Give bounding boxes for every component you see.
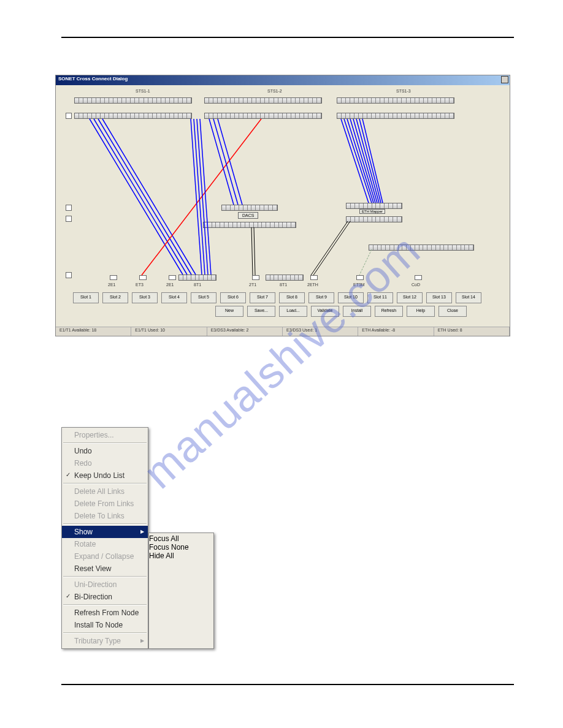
menu-install-to-node[interactable]: Install To Node — [62, 619, 148, 631]
port-endpoint-strip[interactable] — [178, 275, 216, 281]
menu-tributary-type[interactable]: Tributary Type — [62, 635, 148, 647]
menu-reset-view[interactable]: Reset View — [62, 563, 148, 575]
slot-button[interactable]: Slot 9 — [308, 292, 334, 303]
tributary-strip-2-1[interactable] — [74, 113, 192, 119]
slot-button[interactable]: Slot 6 — [220, 292, 246, 303]
svg-line-4 — [142, 119, 261, 275]
help-button[interactable]: Help — [407, 306, 435, 317]
port-endpoint[interactable] — [139, 275, 147, 280]
slot-button[interactable]: Slot 2 — [102, 292, 128, 303]
menu-show[interactable]: Show — [62, 526, 148, 538]
dacs-box[interactable]: DACS — [238, 212, 258, 219]
eth-mapper-strip-bottom[interactable] — [346, 216, 402, 222]
svg-line-21 — [254, 227, 255, 275]
titlebar: SONET Cross Connect Dialog — [56, 75, 510, 85]
sts-label: STS1-2 — [267, 89, 282, 93]
close-icon[interactable] — [501, 76, 508, 83]
eth-mapper-strip-top[interactable] — [346, 203, 402, 209]
slot-button[interactable]: Slot 11 — [367, 292, 393, 303]
tributary-strip-top2[interactable] — [204, 97, 322, 104]
port-endpoint[interactable] — [252, 275, 259, 280]
slot-button[interactable]: Slot 1 — [73, 292, 99, 303]
port-endpoint[interactable] — [110, 275, 117, 280]
menu-redo[interactable]: Redo — [62, 457, 148, 469]
menu-bi-direction[interactable]: Bi-Direction — [62, 591, 148, 603]
dialog-body: STS1-1 STS1-2 STS1-3 DACS ETH Mapper — [56, 85, 510, 318]
sts-label: STS1-3 — [396, 89, 411, 93]
menu-delete-all-links[interactable]: Delete All Links — [62, 485, 148, 498]
slot-button[interactable]: Slot 12 — [397, 292, 423, 303]
slot-type-label: 8T1 — [280, 282, 287, 287]
menu-keep-undo-list[interactable]: Keep Undo List — [62, 469, 148, 482]
slot-type-label: 2E1 — [108, 282, 115, 287]
submenu-focus-none[interactable]: Focus None — [149, 543, 213, 552]
menu-refresh-from-node[interactable]: Refresh From Node — [62, 607, 148, 619]
submenu-hide-all[interactable]: Hide All — [149, 552, 213, 560]
validate-button[interactable]: Validate — [311, 306, 339, 317]
close-button[interactable]: Close — [439, 306, 467, 317]
refresh-button[interactable]: Refresh — [375, 306, 403, 317]
svg-line-17 — [356, 119, 379, 203]
slot-button[interactable]: Slot 5 — [191, 292, 216, 303]
svg-line-19 — [362, 119, 383, 203]
slot-button[interactable]: Slot 8 — [279, 292, 305, 303]
slot-button[interactable]: Slot 10 — [338, 292, 364, 303]
row-checkbox[interactable] — [66, 216, 72, 222]
dacs-strip-top[interactable] — [221, 205, 278, 211]
menu-sep — [63, 523, 147, 525]
context-menu: Properties... Undo Redo Keep Undo List D… — [61, 427, 214, 649]
svg-line-8 — [200, 119, 211, 275]
context-menu-main: Properties... Undo Redo Keep Undo List D… — [61, 427, 148, 649]
menu-sep — [63, 576, 147, 577]
menu-delete-from-links[interactable]: Delete From Links — [62, 498, 148, 510]
svg-line-10 — [213, 119, 238, 205]
tributary-strip-2-3[interactable] — [337, 113, 454, 119]
menu-properties[interactable]: Properties... — [62, 429, 148, 441]
slot-button[interactable]: Slot 4 — [161, 292, 187, 303]
svg-line-20 — [251, 227, 253, 275]
slot-type-label: 2E1 — [166, 282, 174, 287]
svg-line-0 — [90, 119, 183, 275]
port-endpoint[interactable] — [356, 275, 364, 280]
new-button[interactable]: New — [215, 306, 243, 317]
load-button[interactable]: Load... — [279, 306, 307, 317]
menu-expand-collapse[interactable]: Expand / Collapse — [62, 550, 148, 563]
status-e3ds3-avail: E3/DS3 Available: 2 — [207, 327, 283, 336]
menu-uni-direction[interactable]: Uni-Direction — [62, 578, 148, 591]
slot-button[interactable]: Slot 14 — [456, 292, 481, 303]
status-e3ds3-used: E3/DS3 Used: 1 — [283, 327, 358, 336]
install-button[interactable]: Install — [343, 306, 371, 317]
save-button[interactable]: Save... — [247, 306, 275, 317]
svg-line-3 — [102, 119, 196, 275]
port-endpoint[interactable] — [415, 275, 422, 280]
slot-button[interactable]: Slot 7 — [250, 292, 275, 303]
svg-line-18 — [359, 119, 381, 203]
action-button-row: New Save... Load... Validate Install Ref… — [215, 306, 467, 317]
port-endpoint[interactable] — [310, 275, 318, 280]
slot-type-label: 2ETH — [307, 282, 318, 287]
tributary-strip-2-2[interactable] — [204, 113, 322, 119]
port-endpoint-strip[interactable] — [266, 275, 304, 281]
svg-line-9 — [209, 119, 234, 205]
menu-sep — [63, 483, 147, 484]
eth-mapper-box[interactable]: ETH Mapper — [359, 209, 385, 214]
slot-type-label: 2T1 — [249, 282, 256, 287]
submenu-focus-all[interactable]: Focus All — [149, 534, 213, 543]
menu-delete-to-links[interactable]: Delete To Links — [62, 510, 148, 522]
slot-button[interactable]: Slot 13 — [426, 292, 452, 303]
port-endpoint[interactable] — [169, 275, 176, 280]
row-checkbox[interactable] — [66, 113, 72, 119]
window-title: SONET Cross Connect Dialog — [58, 76, 128, 82]
dacs-strip-bottom[interactable] — [203, 222, 296, 228]
slot-button[interactable]: Slot 3 — [132, 292, 158, 303]
tributary-strip-top3[interactable] — [337, 97, 454, 104]
menu-rotate[interactable]: Rotate — [62, 538, 148, 550]
status-e1t1-used: E1/T1 Used: 10 — [131, 327, 207, 336]
menu-undo[interactable]: Undo — [62, 445, 148, 457]
sonet-cross-connect-dialog: SONET Cross Connect Dialog STS1-1 STS1-2… — [55, 75, 510, 336]
row-checkbox[interactable] — [66, 272, 72, 278]
tributary-strip-top1[interactable] — [74, 97, 192, 104]
slot-type-label: ET3 — [136, 282, 144, 287]
row-checkbox[interactable] — [66, 205, 72, 211]
tributary-strip-right[interactable] — [369, 245, 474, 251]
